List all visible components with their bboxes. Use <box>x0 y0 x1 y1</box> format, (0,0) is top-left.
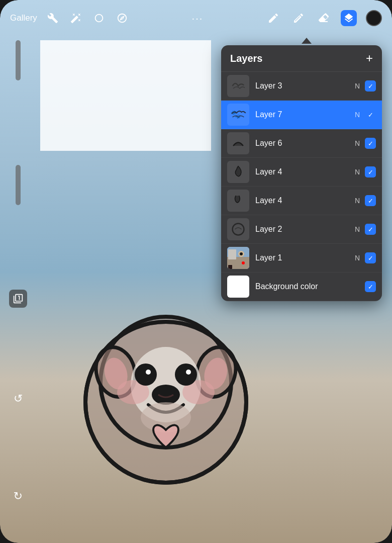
layer-thumbnail <box>227 161 249 183</box>
more-options-button[interactable]: ··· <box>192 13 204 24</box>
layer-name: Layer 3 <box>255 81 355 90</box>
pen-tool-button[interactable] <box>265 10 281 26</box>
add-layer-button[interactable]: + <box>366 52 373 64</box>
white-canvas <box>40 40 211 151</box>
layer-thumbnail <box>227 190 249 212</box>
brush-size-slider[interactable] <box>16 40 21 80</box>
wrench-icon[interactable] <box>45 11 60 26</box>
svg-point-11 <box>176 365 196 385</box>
layer-row[interactable]: Layer 4 N <box>221 187 382 215</box>
layer-row[interactable]: Layer 1 N <box>221 244 382 273</box>
svg-point-10 <box>146 370 151 375</box>
layer-visibility-checkbox[interactable] <box>365 195 376 206</box>
layer-name: Layer 6 <box>255 139 355 148</box>
layer-row[interactable]: Layer 3 N <box>221 72 382 101</box>
layer-name: Layer 4 <box>255 196 355 205</box>
gallery-button[interactable]: Gallery <box>10 13 37 23</box>
top-bar-left: Gallery <box>10 11 130 26</box>
left-sidebar: ↺ ↺ <box>6 40 30 503</box>
layer-blend-mode: N <box>355 225 360 233</box>
compass-icon[interactable] <box>115 11 130 26</box>
svg-rect-20 <box>228 249 236 259</box>
background-color-label: Background color <box>255 282 360 291</box>
layer-thumbnail: 🐾 <box>227 104 249 126</box>
opacity-slider[interactable] <box>16 165 21 205</box>
layer-blend-mode: N <box>355 82 360 90</box>
layer-thumbnail <box>227 75 249 97</box>
smudge-icon[interactable] <box>91 11 107 26</box>
layers-tool-button[interactable] <box>341 10 357 26</box>
layer-visibility-checkbox[interactable] <box>365 138 376 149</box>
layers-panel: Layers + Layer 3 N 🐾 <box>221 45 382 301</box>
svg-point-14 <box>141 402 191 432</box>
top-bar-right <box>265 10 382 26</box>
layer-row[interactable]: Layer 4 N <box>221 158 382 187</box>
layer-visibility-checkbox[interactable] <box>365 80 376 92</box>
layer-thumbnail <box>227 218 249 240</box>
layers-title: Layers <box>230 53 263 64</box>
calligraphy-tool-button[interactable] <box>290 10 307 26</box>
layer-visibility-checkbox[interactable] <box>365 252 376 263</box>
svg-point-17 <box>233 224 244 235</box>
layer-thumbnail <box>227 247 249 269</box>
svg-point-12 <box>186 370 191 375</box>
layer-row[interactable]: 🐾 Layer 7 N <box>221 101 382 129</box>
layer-row[interactable]: Layer 2 N <box>221 215 382 244</box>
color-swatch-button[interactable] <box>366 10 382 26</box>
redo-button[interactable]: ↺ <box>14 490 23 503</box>
svg-point-24 <box>242 261 245 264</box>
svg-point-22 <box>240 252 243 255</box>
svg-point-13 <box>152 385 180 405</box>
layer-visibility-checkbox[interactable] <box>365 224 376 235</box>
layer-row[interactable]: Layer 6 N <box>221 129 382 158</box>
top-bar-center: ··· <box>130 13 265 24</box>
background-visibility-checkbox[interactable] <box>365 281 376 292</box>
dog-illustration <box>40 272 291 513</box>
eraser-tool-button[interactable] <box>316 10 332 26</box>
background-color-thumbnail <box>227 276 249 298</box>
layer-visibility-checkbox[interactable] <box>365 166 376 177</box>
layer-blend-mode: N <box>355 139 360 147</box>
layer-name: Layer 4 <box>255 167 355 176</box>
layer-blend-mode: N <box>355 111 360 119</box>
background-color-row[interactable]: Background color <box>221 273 382 301</box>
undo-button[interactable]: ↺ <box>14 392 23 405</box>
layers-header: Layers + <box>221 45 382 72</box>
layer-name: Layer 2 <box>255 225 355 234</box>
layer-visibility-checkbox[interactable] <box>365 109 376 120</box>
layer-blend-mode: N <box>355 197 360 205</box>
top-bar: Gallery ··· <box>0 0 392 36</box>
panel-arrow <box>302 38 312 44</box>
magic-icon[interactable] <box>68 11 83 26</box>
layer-blend-mode: N <box>355 168 360 176</box>
transform-icon[interactable] <box>9 290 27 308</box>
layer-thumbnail <box>227 132 249 154</box>
svg-rect-23 <box>228 265 232 269</box>
svg-point-9 <box>136 365 156 385</box>
layer-name: Layer 1 <box>255 253 355 262</box>
layer-blend-mode: N <box>355 254 360 262</box>
device-frame: Gallery ··· <box>0 0 392 543</box>
layer-name: Layer 7 <box>255 110 355 119</box>
